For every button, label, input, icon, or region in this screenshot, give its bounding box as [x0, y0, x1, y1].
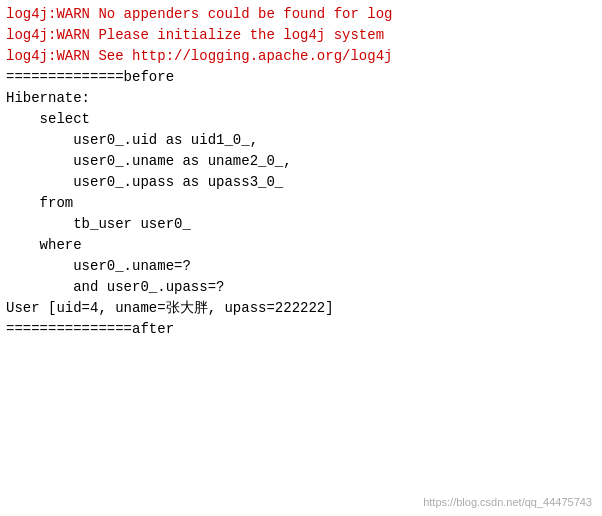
console-line-line12: where — [6, 235, 596, 256]
console-line-line9: user0_.upass as upass3_0_ — [6, 172, 596, 193]
console-line-line6: select — [6, 109, 596, 130]
console-line-line4: ==============before — [6, 67, 596, 88]
console-line-line14: and user0_.upass=? — [6, 277, 596, 298]
console-line-line2: log4j:WARN Please initialize the log4j s… — [6, 25, 596, 46]
console-line-line10: from — [6, 193, 596, 214]
console-line-line15: User [uid=4, uname=张大胖, upass=222222] — [6, 298, 596, 319]
console-output: log4j:WARN No appenders could be found f… — [0, 0, 602, 516]
console-line-line13: user0_.uname=? — [6, 256, 596, 277]
console-line-line11: tb_user user0_ — [6, 214, 596, 235]
console-line-line8: user0_.uname as uname2_0_, — [6, 151, 596, 172]
console-line-line3: log4j:WARN See http://logging.apache.org… — [6, 46, 596, 67]
watermark: https://blog.csdn.net/qq_44475743 — [423, 496, 592, 508]
console-line-line5: Hibernate: — [6, 88, 596, 109]
console-line-line16: ===============after — [6, 319, 596, 340]
console-line-line7: user0_.uid as uid1_0_, — [6, 130, 596, 151]
console-line-line1: log4j:WARN No appenders could be found f… — [6, 4, 596, 25]
